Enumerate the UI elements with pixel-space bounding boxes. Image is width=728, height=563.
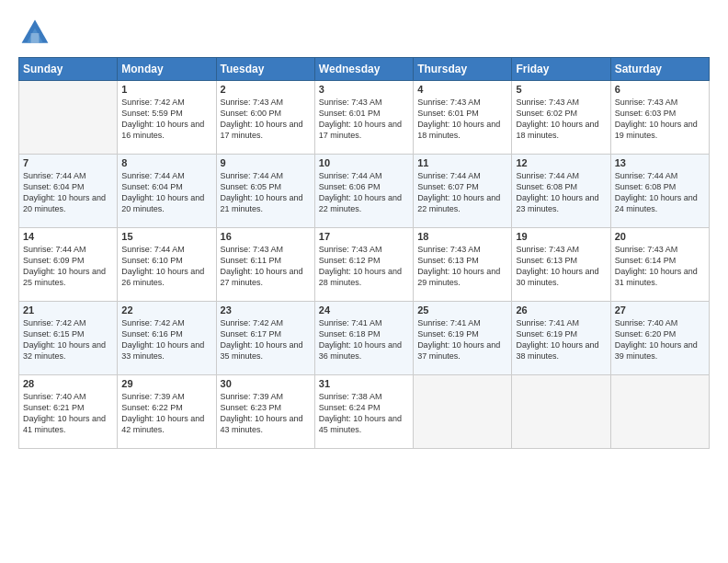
header-cell-saturday: Saturday [610, 58, 709, 81]
day-number: 24 [319, 304, 409, 316]
day-info: Sunrise: 7:43 AMSunset: 6:12 PMDaylight:… [319, 244, 409, 289]
day-cell: 21Sunrise: 7:42 AMSunset: 6:15 PMDayligh… [19, 302, 118, 375]
week-row-5: 28Sunrise: 7:40 AMSunset: 6:21 PMDayligh… [19, 375, 710, 449]
day-cell: 6Sunrise: 7:43 AMSunset: 6:03 PMDaylight… [610, 81, 709, 155]
header [18, 17, 710, 50]
day-info: Sunrise: 7:41 AMSunset: 6:19 PMDaylight:… [417, 317, 507, 362]
day-number: 14 [23, 231, 113, 242]
day-cell [19, 81, 118, 155]
day-number: 30 [221, 378, 311, 389]
day-cell: 11Sunrise: 7:44 AMSunset: 6:07 PMDayligh… [414, 155, 512, 228]
day-info: Sunrise: 7:42 AMSunset: 5:59 PMDaylight:… [121, 97, 211, 142]
day-info: Sunrise: 7:44 AMSunset: 6:04 PMDaylight:… [23, 170, 113, 215]
header-cell-monday: Monday [118, 58, 216, 81]
logo-icon [18, 17, 51, 50]
week-row-3: 14Sunrise: 7:44 AMSunset: 6:09 PMDayligh… [19, 228, 710, 302]
day-number: 19 [516, 231, 606, 242]
day-number: 15 [121, 231, 211, 242]
day-cell: 4Sunrise: 7:43 AMSunset: 6:01 PMDaylight… [414, 81, 512, 155]
day-number: 5 [516, 84, 606, 95]
day-number: 12 [516, 157, 606, 168]
day-cell: 28Sunrise: 7:40 AMSunset: 6:21 PMDayligh… [19, 375, 118, 449]
day-number: 13 [615, 157, 705, 168]
day-info: Sunrise: 7:43 AMSunset: 6:13 PMDaylight:… [417, 244, 507, 289]
day-cell: 18Sunrise: 7:43 AMSunset: 6:13 PMDayligh… [414, 228, 512, 302]
day-number: 10 [319, 157, 409, 168]
day-number: 31 [319, 378, 409, 389]
day-cell: 19Sunrise: 7:43 AMSunset: 6:13 PMDayligh… [512, 228, 610, 302]
day-number: 9 [221, 157, 311, 168]
day-info: Sunrise: 7:43 AMSunset: 6:13 PMDaylight:… [516, 244, 606, 289]
day-number: 23 [221, 304, 311, 316]
day-cell: 23Sunrise: 7:42 AMSunset: 6:17 PMDayligh… [216, 302, 314, 375]
day-cell: 29Sunrise: 7:39 AMSunset: 6:22 PMDayligh… [118, 375, 216, 449]
day-number: 8 [121, 157, 211, 168]
day-info: Sunrise: 7:42 AMSunset: 6:16 PMDaylight:… [121, 317, 211, 362]
day-cell [512, 375, 610, 449]
day-cell: 13Sunrise: 7:44 AMSunset: 6:08 PMDayligh… [610, 155, 709, 228]
day-number: 17 [319, 231, 409, 242]
page: SundayMondayTuesdayWednesdayThursdayFrid… [0, 0, 728, 563]
header-cell-friday: Friday [512, 58, 610, 81]
day-cell: 25Sunrise: 7:41 AMSunset: 6:19 PMDayligh… [414, 302, 512, 375]
week-row-4: 21Sunrise: 7:42 AMSunset: 6:15 PMDayligh… [19, 302, 710, 375]
day-info: Sunrise: 7:39 AMSunset: 6:23 PMDaylight:… [221, 391, 311, 436]
day-cell: 2Sunrise: 7:43 AMSunset: 6:00 PMDaylight… [216, 81, 314, 155]
day-info: Sunrise: 7:44 AMSunset: 6:10 PMDaylight:… [121, 244, 211, 289]
logo [18, 17, 55, 50]
day-cell: 5Sunrise: 7:43 AMSunset: 6:02 PMDaylight… [512, 81, 610, 155]
day-info: Sunrise: 7:43 AMSunset: 6:03 PMDaylight:… [615, 97, 705, 142]
day-cell: 9Sunrise: 7:44 AMSunset: 6:05 PMDaylight… [216, 155, 314, 228]
day-cell: 27Sunrise: 7:40 AMSunset: 6:20 PMDayligh… [610, 302, 709, 375]
header-cell-wednesday: Wednesday [314, 58, 413, 81]
svg-rect-2 [31, 33, 40, 43]
day-info: Sunrise: 7:44 AMSunset: 6:05 PMDaylight:… [221, 170, 311, 215]
day-cell: 12Sunrise: 7:44 AMSunset: 6:08 PMDayligh… [512, 155, 610, 228]
day-info: Sunrise: 7:40 AMSunset: 6:21 PMDaylight:… [23, 391, 113, 436]
day-cell: 24Sunrise: 7:41 AMSunset: 6:18 PMDayligh… [314, 302, 413, 375]
day-info: Sunrise: 7:44 AMSunset: 6:09 PMDaylight:… [23, 244, 113, 289]
day-cell: 16Sunrise: 7:43 AMSunset: 6:11 PMDayligh… [216, 228, 314, 302]
day-cell: 30Sunrise: 7:39 AMSunset: 6:23 PMDayligh… [216, 375, 314, 449]
day-number: 22 [121, 304, 211, 316]
day-cell: 15Sunrise: 7:44 AMSunset: 6:10 PMDayligh… [118, 228, 216, 302]
day-info: Sunrise: 7:43 AMSunset: 6:01 PMDaylight:… [319, 97, 409, 142]
header-cell-sunday: Sunday [19, 58, 118, 81]
day-cell [610, 375, 709, 449]
day-number: 27 [615, 304, 705, 316]
day-info: Sunrise: 7:44 AMSunset: 6:07 PMDaylight:… [417, 170, 507, 215]
header-cell-tuesday: Tuesday [216, 58, 314, 81]
day-info: Sunrise: 7:44 AMSunset: 6:08 PMDaylight:… [516, 170, 606, 215]
day-cell: 10Sunrise: 7:44 AMSunset: 6:06 PMDayligh… [314, 155, 413, 228]
day-cell: 17Sunrise: 7:43 AMSunset: 6:12 PMDayligh… [314, 228, 413, 302]
day-info: Sunrise: 7:42 AMSunset: 6:17 PMDaylight:… [221, 317, 311, 362]
day-number: 1 [121, 84, 211, 95]
day-info: Sunrise: 7:43 AMSunset: 6:11 PMDaylight:… [221, 244, 311, 289]
week-row-2: 7Sunrise: 7:44 AMSunset: 6:04 PMDaylight… [19, 155, 710, 228]
day-cell: 8Sunrise: 7:44 AMSunset: 6:04 PMDaylight… [118, 155, 216, 228]
day-number: 7 [23, 157, 113, 168]
header-cell-thursday: Thursday [414, 58, 512, 81]
week-row-1: 1Sunrise: 7:42 AMSunset: 5:59 PMDaylight… [19, 81, 710, 155]
day-number: 4 [417, 84, 507, 95]
day-cell: 3Sunrise: 7:43 AMSunset: 6:01 PMDaylight… [314, 81, 413, 155]
day-info: Sunrise: 7:38 AMSunset: 6:24 PMDaylight:… [319, 391, 409, 436]
day-number: 25 [417, 304, 507, 316]
day-info: Sunrise: 7:40 AMSunset: 6:20 PMDaylight:… [615, 317, 705, 362]
day-info: Sunrise: 7:41 AMSunset: 6:19 PMDaylight:… [516, 317, 606, 362]
day-cell: 1Sunrise: 7:42 AMSunset: 5:59 PMDaylight… [118, 81, 216, 155]
day-number: 2 [221, 84, 311, 95]
day-cell [414, 375, 512, 449]
day-number: 6 [615, 84, 705, 95]
header-row: SundayMondayTuesdayWednesdayThursdayFrid… [19, 58, 710, 81]
day-info: Sunrise: 7:43 AMSunset: 6:02 PMDaylight:… [516, 97, 606, 142]
day-number: 28 [23, 378, 113, 389]
day-number: 18 [417, 231, 507, 242]
day-info: Sunrise: 7:41 AMSunset: 6:18 PMDaylight:… [319, 317, 409, 362]
day-cell: 22Sunrise: 7:42 AMSunset: 6:16 PMDayligh… [118, 302, 216, 375]
day-cell: 14Sunrise: 7:44 AMSunset: 6:09 PMDayligh… [19, 228, 118, 302]
day-info: Sunrise: 7:43 AMSunset: 6:01 PMDaylight:… [417, 97, 507, 142]
day-info: Sunrise: 7:44 AMSunset: 6:06 PMDaylight:… [319, 170, 409, 215]
day-number: 20 [615, 231, 705, 242]
day-cell: 31Sunrise: 7:38 AMSunset: 6:24 PMDayligh… [314, 375, 413, 449]
